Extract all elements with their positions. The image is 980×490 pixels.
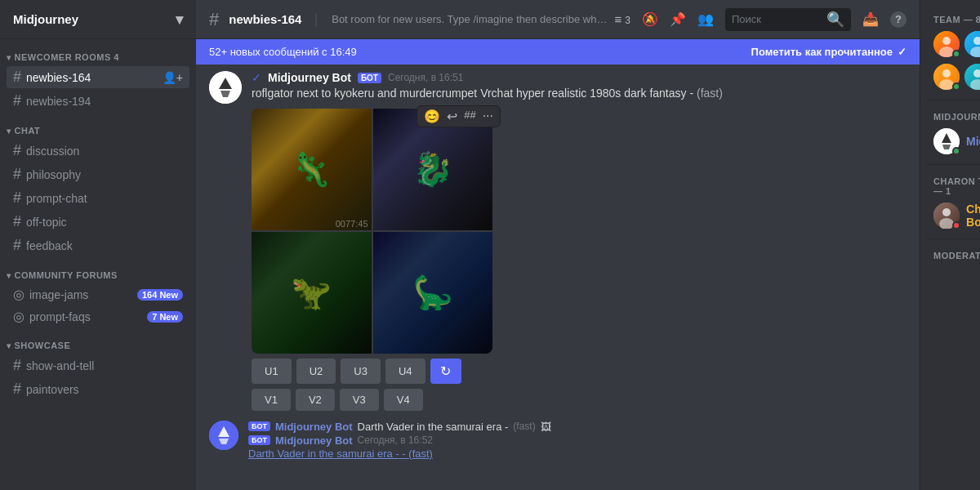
channel-newbies-164[interactable]: # newbies-164 👤+ — [7, 66, 189, 88]
forum-image-jams[interactable]: ◎ image-jams 164 New — [7, 284, 189, 305]
avatar-midjourney — [209, 71, 242, 104]
member-avatar-2[interactable] — [964, 31, 980, 57]
svg-point-28 — [942, 208, 951, 216]
u1-button[interactable]: U1 — [252, 359, 292, 384]
charon-bot-member[interactable]: Charon the FAQ Bot БОТ — [927, 199, 980, 232]
midjourney-bot-avatar — [933, 128, 960, 154]
reply-icon[interactable]: ↩ — [447, 109, 457, 124]
mark-read-button[interactable]: Пометить как прочитанное ✓ — [751, 46, 906, 58]
message-text-1: roflgator next to kyokeru and murdercrum… — [252, 86, 906, 102]
section-arrow-icon: ▾ — [7, 53, 11, 62]
message-content-2: БОТ Midjourney Bot Darth Vader in the sa… — [248, 421, 906, 461]
sidebar: Midjourney ▾ ▾ NEWCOMER ROOMS 4 # newbie… — [0, 0, 196, 490]
more-options-icon[interactable]: ··· — [483, 109, 493, 124]
forum-icon: ◎ — [13, 309, 24, 324]
channel-feedback[interactable]: # feedback — [7, 234, 189, 256]
right-panel: TEAM — 8 — [920, 0, 980, 490]
member-avatar-6[interactable] — [964, 64, 980, 90]
forum-name: image-jams — [29, 288, 137, 301]
v4-button[interactable]: V4 — [384, 389, 423, 411]
section-chat[interactable]: ▾ CHAT — [0, 113, 196, 139]
channel-prompt-chat[interactable]: # prompt-chat — [7, 187, 189, 209]
message-group-2: БОТ Midjourney Bot Darth Vader in the sa… — [209, 421, 906, 461]
server-header[interactable]: Midjourney ▾ — [0, 0, 196, 39]
forum-icon: ◎ — [13, 287, 24, 302]
refresh-icon: ↻ — [440, 363, 451, 379]
u2-button[interactable]: U2 — [296, 359, 336, 384]
section-showcase-label: SHOWCASE — [15, 341, 71, 350]
server-name: Midjourney — [13, 12, 78, 26]
author-name-2a: Midjourney Bot — [275, 421, 353, 433]
message-group-1: ✓ Midjourney Bot БОТ Сегодня, в 16:51 ro… — [209, 71, 906, 411]
generated-image-1: 0077:45 — [252, 109, 372, 230]
channel-header: # newbies-164 │ Bot room for new users. … — [196, 0, 920, 39]
channel-hash-icon: # — [209, 9, 219, 30]
mark-read-label: Пометить как прочитанное — [751, 46, 893, 58]
add-member-icon[interactable]: 👤+ — [163, 71, 183, 84]
team-section-title: TEAM — 8 — [927, 10, 980, 28]
section-showcase[interactable]: ▾ SHOWCASE — [0, 327, 196, 354]
channel-paintovers[interactable]: # paintovers — [7, 378, 189, 400]
channel-newbies-194[interactable]: # newbies-194 — [7, 90, 189, 112]
v1-button[interactable]: V1 — [252, 389, 291, 411]
charon-section-title: CHARON THE ALL KNOWING ONE — 1 — [927, 172, 980, 199]
notification-bar[interactable]: 52+ новых сообщений с 16:49 Пометить как… — [196, 39, 920, 65]
member-avatar-1[interactable] — [933, 31, 960, 57]
channel-discussion[interactable]: # discussion — [7, 140, 189, 162]
midjourney-bot-section-title: MIDJOURNEY BOT — 1 — [927, 107, 980, 125]
hash-icon: # — [13, 92, 21, 109]
threads-icon[interactable]: ≡ 3 — [614, 12, 630, 26]
member-avatar-5[interactable] — [933, 64, 960, 90]
notification-text: 52+ новых сообщений с 16:49 — [209, 46, 357, 58]
section-community-forums[interactable]: ▾ COMMUNITY FORUMS — [0, 257, 196, 283]
v3-button[interactable]: V3 — [340, 389, 379, 411]
midjourney-bot-member[interactable]: Midjourney Bot БОТ — [927, 125, 980, 158]
bot-badge-2b: БОТ — [248, 435, 270, 445]
hash-icon: # — [13, 237, 21, 254]
status-dot-online — [952, 50, 960, 58]
svg-point-3 — [942, 37, 951, 45]
avatar-bot-2 — [209, 421, 238, 450]
channel-name: newbies-194 — [26, 95, 183, 108]
mute-icon[interactable]: 🔕 — [642, 11, 658, 27]
pin-icon[interactable]: 📌 — [670, 11, 686, 27]
members-icon[interactable]: 👥 — [697, 11, 714, 27]
author-name-2b: Midjourney Bot — [275, 434, 353, 447]
bot-badge-1: БОТ — [358, 73, 381, 83]
inbox-icon[interactable]: 📥 — [862, 11, 879, 27]
charon-bot-name: Charon the FAQ Bot — [966, 203, 980, 229]
u4-button[interactable]: U4 — [385, 359, 425, 384]
main-content: # newbies-164 │ Bot room for new users. … — [196, 0, 920, 490]
refresh-button[interactable]: ↻ — [430, 359, 461, 384]
help-icon[interactable]: ? — [890, 11, 906, 28]
search-icon: 🔍 — [826, 11, 844, 29]
search-box[interactable]: 🔍 — [725, 8, 851, 31]
generated-image-3 — [252, 232, 372, 354]
threads-msg-icon[interactable]: ## — [464, 109, 475, 124]
hash-icon: # — [13, 166, 21, 183]
panel-divider-3 — [927, 238, 980, 239]
panel-divider-1 — [927, 100, 980, 100]
chat-area: ✓ Midjourney Bot БОТ Сегодня, в 16:51 ro… — [196, 65, 920, 490]
hash-icon: # — [13, 189, 21, 207]
section-newcomer-rooms[interactable]: ▾ NEWCOMER ROOMS 4 — [0, 39, 196, 65]
channel-name: paintovers — [26, 383, 183, 396]
channel-show-and-tell[interactable]: # show-and-tell — [7, 354, 189, 376]
message-header-2: БОТ Midjourney Bot Darth Vader in the sa… — [248, 421, 906, 433]
forum-name: prompt-faqs — [29, 310, 147, 323]
message-subline: БОТ Midjourney Bot Сегодня, в 16:52 — [248, 434, 906, 447]
channel-name: off-topic — [26, 216, 183, 229]
u3-button[interactable]: U3 — [341, 359, 381, 384]
emoji-react-icon[interactable]: 😊 — [424, 109, 440, 124]
midjourney-bot-name: Midjourney Bot — [966, 135, 980, 148]
channel-off-topic[interactable]: # off-topic — [7, 211, 189, 233]
header-icons: ≡ 3 🔕 📌 👥 🔍 📥 ? — [614, 8, 906, 31]
channel-philosophy[interactable]: # philosophy — [7, 163, 189, 185]
moderator-section-title: MODERATOR — 0 — [927, 246, 980, 264]
forum-prompt-faqs[interactable]: ◎ prompt-faqs 7 New — [7, 306, 189, 327]
charon-bot-avatar — [933, 203, 960, 229]
channel-name: philosophy — [26, 168, 183, 181]
v2-button[interactable]: V2 — [296, 389, 335, 411]
message-header-1: ✓ Midjourney Bot БОТ Сегодня, в 16:51 — [252, 71, 906, 84]
search-input[interactable] — [732, 13, 822, 25]
